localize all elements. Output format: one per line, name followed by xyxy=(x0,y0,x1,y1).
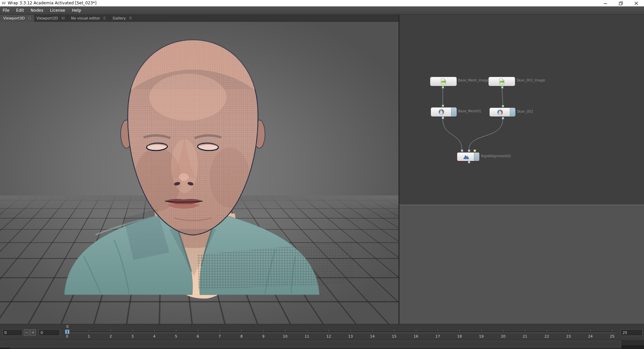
tick-mark xyxy=(111,330,111,332)
current-frame-input[interactable] xyxy=(2,329,22,336)
mesh-icon xyxy=(497,109,503,116)
tick-label: 0 xyxy=(62,334,72,339)
node-label: Base_Mesh_Image xyxy=(458,78,489,82)
tick-mark xyxy=(263,330,264,332)
tick-label: 4 xyxy=(149,334,159,339)
statusbar xyxy=(0,340,644,349)
resize-grip[interactable] xyxy=(622,345,644,349)
tick-mark xyxy=(416,330,416,332)
input-port[interactable] xyxy=(461,150,463,152)
mesh-icon xyxy=(438,109,445,115)
tick-mark xyxy=(132,330,133,332)
tick-label: 23 xyxy=(564,334,574,339)
end-frame-input[interactable] xyxy=(621,329,643,336)
close-button[interactable] xyxy=(629,0,644,6)
tab-gallery[interactable]: Gallery R xyxy=(110,15,135,22)
tick-label: 5 xyxy=(171,334,181,339)
tick-mark xyxy=(481,330,482,332)
tick-mark xyxy=(285,330,285,332)
input-port[interactable] xyxy=(468,150,470,152)
node-skan-002-image[interactable] xyxy=(488,77,515,86)
node-properties-panel xyxy=(399,205,644,325)
tick-label: 1 xyxy=(84,334,94,339)
bottom-edge-block xyxy=(0,347,10,349)
tick-mark xyxy=(394,330,394,332)
node-side-section xyxy=(474,153,479,161)
start-frame-input[interactable] xyxy=(39,329,60,336)
tick-label: 21 xyxy=(520,334,530,339)
tick-label: 2 xyxy=(106,334,116,339)
tab-viewport3d[interactable]: Viewport3D Q xyxy=(0,15,35,22)
timeline-track[interactable] xyxy=(65,332,616,333)
timeline-playhead[interactable] xyxy=(65,330,69,334)
head-scan-mesh xyxy=(0,22,399,325)
tick-label: 17 xyxy=(433,334,443,339)
viewport-tabbar: Viewport3D Q Viewport2D W No visual edit… xyxy=(0,15,399,22)
tick-mark xyxy=(241,330,242,332)
tick-mark xyxy=(198,330,198,332)
menu-license[interactable]: License xyxy=(47,6,68,15)
restore-icon xyxy=(619,1,623,5)
tick-mark xyxy=(503,330,503,332)
tick-label: 16 xyxy=(411,334,421,339)
tab-shortcut: E xyxy=(103,16,106,20)
tick-label: 9 xyxy=(258,334,268,339)
output-port[interactable] xyxy=(442,117,444,119)
tick-label: 20 xyxy=(498,334,508,339)
tick-mark xyxy=(351,330,351,332)
node-graph-editor[interactable]: Base_Mesh_Image Skan_002_Image Base_Mesh… xyxy=(399,15,644,204)
output-port-geometry[interactable] xyxy=(501,86,503,89)
tick-mark xyxy=(525,330,525,332)
input-port-optional[interactable] xyxy=(474,150,476,152)
tab-viewport2d[interactable]: Viewport2D W xyxy=(35,15,67,22)
node-label: Base_Mesh01 xyxy=(458,109,481,113)
tick-label: 19 xyxy=(476,334,486,339)
node-skan-002[interactable] xyxy=(489,108,516,117)
menu-file[interactable]: File xyxy=(0,6,13,15)
tab-no-visual-editor[interactable]: No visual editor E xyxy=(67,15,110,22)
tick-label: 6 xyxy=(193,334,203,339)
tab-label: Gallery xyxy=(113,16,126,20)
tab-shortcut: R xyxy=(129,16,132,20)
tick-mark xyxy=(547,330,547,332)
window-title: Wrap 3.3.12 Academia Activated [Set_023*… xyxy=(8,0,97,6)
input-port[interactable] xyxy=(442,105,444,107)
frame-increment-button[interactable]: + xyxy=(30,329,36,336)
tab-shortcut: Q xyxy=(28,16,31,20)
tick-label: 24 xyxy=(585,334,595,339)
input-port[interactable] xyxy=(502,105,504,107)
restore-button[interactable] xyxy=(613,0,629,6)
frame-decrement-button[interactable]: − xyxy=(24,329,30,336)
tick-mark xyxy=(460,330,460,332)
node-rigid-alignment02[interactable] xyxy=(457,152,480,161)
mountain-icon xyxy=(463,154,470,160)
tick-mark xyxy=(89,330,89,332)
menu-edit[interactable]: Edit xyxy=(13,6,27,15)
node-base-mesh-image[interactable] xyxy=(430,77,457,86)
image-file-icon xyxy=(498,78,505,85)
tick-mark xyxy=(569,330,569,332)
tick-label: 15 xyxy=(389,334,399,339)
viewport-3d-canvas[interactable] xyxy=(0,22,399,325)
timeline-bar: − + 0 0123456789101112131415161718192021… xyxy=(0,324,644,340)
app-icon: W xyxy=(2,1,6,5)
output-port[interactable] xyxy=(502,117,504,119)
tick-label: 8 xyxy=(236,334,247,339)
tab-label: No visual editor xyxy=(71,16,100,20)
minimize-icon xyxy=(603,1,607,5)
output-port-geometry[interactable] xyxy=(442,86,444,89)
status-message-panel xyxy=(1,341,621,347)
close-icon xyxy=(634,1,638,5)
tick-label: 14 xyxy=(367,334,377,339)
node-base-mesh01[interactable] xyxy=(431,107,457,117)
tick-mark xyxy=(329,330,329,332)
output-port[interactable] xyxy=(468,161,470,163)
minimize-button[interactable] xyxy=(598,0,613,6)
menu-nodes[interactable]: Nodes xyxy=(27,6,47,15)
tick-mark xyxy=(590,330,591,332)
tick-label: 10 xyxy=(280,334,290,339)
tab-shortcut: W xyxy=(61,16,65,20)
menubar: File Edit Nodes License Help xyxy=(0,6,644,15)
tick-mark xyxy=(154,330,155,332)
menu-help[interactable]: Help xyxy=(68,6,84,15)
